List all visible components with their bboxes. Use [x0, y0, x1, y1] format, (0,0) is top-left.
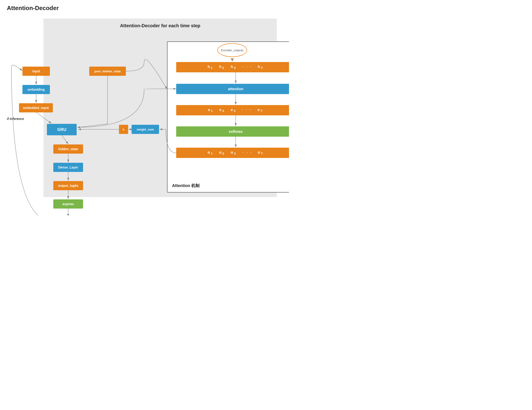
node-prev-hidden-state: prev_hidden_state: [89, 67, 126, 76]
node-hidden-state: hidden_state: [53, 145, 83, 154]
encoder-outputs-bubble: Encoder_outputs: [217, 43, 247, 57]
node-output-logits: output_logits: [53, 181, 83, 190]
mechanism-label: Attention 机制: [172, 183, 200, 188]
node-input: input: [22, 67, 50, 76]
node-embedding: embedding: [22, 85, 50, 94]
e-row-label: e1 e2 e3 · · · eT: [208, 108, 263, 113]
node-dense-layer: Dense_Layer: [53, 163, 83, 172]
page-title: Attention-Decoder: [7, 5, 282, 12]
node-softmax: softmax: [176, 126, 289, 137]
if-inference-label: if inference: [7, 117, 24, 121]
node-h-row: h1 h2 h3 · · · hT: [176, 62, 289, 72]
node-attention: attention: [176, 84, 289, 94]
node-alpha-row: α1 α2 α3 · · · αT: [176, 148, 289, 158]
node-e-row: e1 e2 e3 · · · eT: [176, 105, 289, 115]
node-c: c: [119, 125, 128, 134]
node-gru: GRU: [47, 124, 77, 135]
alpha-row-label: α1 α2 α3 · · · αT: [208, 150, 264, 155]
attention-box-title: Attention-Decoder for each time step: [50, 23, 270, 28]
node-argmax: argmax: [53, 199, 83, 209]
node-weight-sum: weight_sum: [132, 125, 159, 134]
diagram-container: Attention-Decoder for each time step Att…: [7, 19, 281, 211]
h-row-label: h1 h2 h3 · · · hT: [208, 65, 264, 69]
encoder-outputs-label: Encoder_outputs: [221, 49, 243, 52]
node-embedded-input: embedded_input: [19, 103, 53, 112]
